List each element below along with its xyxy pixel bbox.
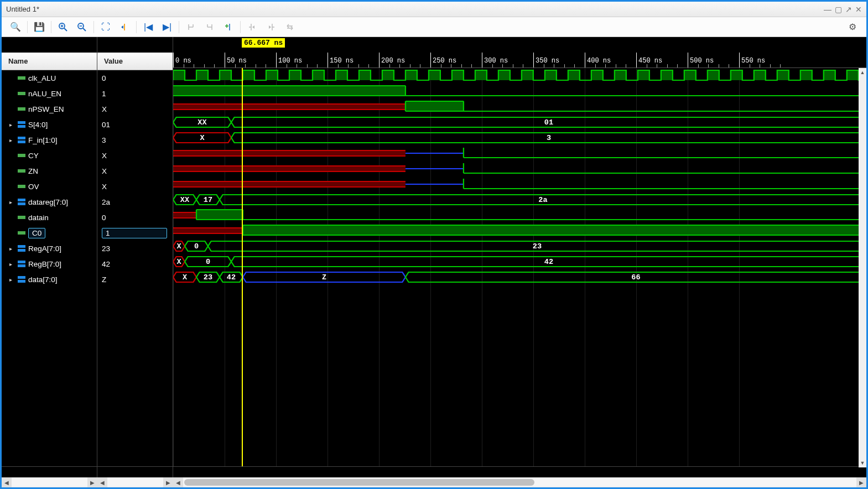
waveform-area[interactable]: 66.667 ns 0 ns50 ns100 ns150 ns200 ns250…	[173, 37, 866, 477]
signal-row[interactable]: OV	[2, 179, 97, 194]
waveform-row[interactable]: X023	[173, 238, 866, 254]
svg-text:01: 01	[544, 119, 554, 127]
zoom-fit-icon[interactable]: ⛶	[96, 19, 115, 35]
zoom-in-icon[interactable]	[54, 19, 72, 35]
waveform-row[interactable]: X042	[173, 254, 866, 269]
signal-row[interactable]: ▸S[4:0]	[2, 117, 97, 132]
waveform-row[interactable]	[173, 176, 866, 192]
signal-value-label: 42	[102, 260, 110, 268]
signal-value-label: 1	[102, 228, 167, 238]
svg-rect-43	[452, 70, 464, 80]
value-row[interactable]: 42	[97, 256, 173, 272]
waveform-row[interactable]	[173, 223, 866, 238]
signal-row[interactable]: ▸RegA[7:0]	[2, 241, 97, 256]
value-row[interactable]: X	[97, 163, 173, 179]
save-icon[interactable]: 💾	[30, 19, 49, 35]
svg-rect-66	[173, 104, 406, 110]
settings-icon[interactable]: ⚙	[843, 19, 862, 35]
value-row[interactable]: 0	[97, 210, 173, 225]
next-transition-icon[interactable]	[262, 19, 280, 35]
value-row[interactable]: 3	[97, 132, 173, 148]
cursor-line[interactable]	[242, 68, 243, 466]
scroll-right-icon[interactable]: ▶	[163, 477, 173, 487]
name-column-header[interactable]: Name	[2, 53, 97, 70]
svg-rect-45	[498, 70, 510, 80]
signal-row[interactable]: nALU_EN	[2, 86, 97, 101]
signal-row[interactable]: clk_ALU	[2, 70, 97, 86]
signal-row[interactable]: ZN	[2, 163, 97, 179]
close-icon[interactable]: ✕	[855, 5, 862, 14]
waveform-row[interactable]	[173, 84, 866, 99]
signal-value-label: 23	[102, 245, 110, 253]
waveform-row[interactable]	[173, 161, 866, 176]
scroll-right-icon[interactable]: ▶	[87, 477, 97, 487]
svg-rect-46	[522, 70, 533, 80]
scroll-up-icon[interactable]: ▲	[859, 68, 866, 77]
signal-row[interactable]: datain	[2, 210, 97, 225]
value-row[interactable]: 01	[97, 117, 173, 132]
scroll-left-icon[interactable]: ◀	[2, 477, 12, 487]
goto-cursor-icon[interactable]	[115, 19, 134, 35]
value-list[interactable]: 01X013XXX2a012342Z	[97, 70, 173, 466]
waveform-row[interactable]: X3	[173, 130, 866, 145]
signal-name-label: datain	[28, 214, 49, 222]
value-hscroll[interactable]: ◀ ▶	[97, 477, 173, 487]
waveform-row[interactable]	[173, 145, 866, 161]
signal-row[interactable]: ▸F_in[1:0]	[2, 132, 97, 148]
waveform-row[interactable]	[173, 68, 866, 84]
svg-rect-32	[196, 70, 208, 80]
value-row[interactable]: 0	[97, 70, 173, 86]
value-row[interactable]: 1	[97, 225, 173, 241]
value-row[interactable]: X	[97, 101, 173, 117]
signal-type-icon	[17, 214, 26, 221]
minimize-icon[interactable]: —	[824, 5, 831, 14]
wave-hscroll[interactable]: ◀ ▶	[173, 477, 866, 487]
goto-end-icon[interactable]: ▶|	[158, 19, 176, 35]
value-row[interactable]: 1	[97, 86, 173, 101]
add-marker-icon[interactable]	[219, 19, 238, 35]
svg-text:2a: 2a	[538, 196, 548, 204]
name-hscroll[interactable]: ◀ ▶	[2, 477, 97, 487]
waveform-row[interactable]: X2342Z66	[173, 269, 866, 285]
waveform-row[interactable]	[173, 99, 866, 115]
value-row[interactable]: X	[97, 179, 173, 194]
svg-rect-55	[731, 70, 742, 80]
next-edge-icon[interactable]	[200, 19, 219, 35]
zoom-out-icon[interactable]	[72, 19, 91, 35]
signal-row[interactable]: ▸RegB[7:0]	[2, 256, 97, 272]
signal-row[interactable]: ▸data[7:0]	[2, 272, 97, 287]
scroll-left-icon[interactable]: ◀	[97, 477, 107, 487]
value-row[interactable]: 23	[97, 241, 173, 256]
time-ruler[interactable]: 0 ns50 ns100 ns150 ns200 ns250 ns300 ns3…	[173, 53, 866, 68]
vertical-scrollbar[interactable]: ▲ ▼	[859, 68, 866, 467]
signal-name-label: S[4:0]	[28, 121, 48, 129]
separator	[27, 21, 28, 33]
svg-rect-23	[18, 216, 25, 219]
cursor-time-label[interactable]: 66.667 ns	[242, 38, 285, 48]
waveform-row[interactable]	[173, 207, 866, 223]
signal-row[interactable]: ▸datareg[7:0]	[2, 194, 97, 210]
popout-icon[interactable]: ↗	[845, 5, 852, 14]
value-row[interactable]: 2a	[97, 194, 173, 210]
waveform-row[interactable]: XX01	[173, 115, 866, 130]
value-row[interactable]: Z	[97, 272, 173, 287]
waveform-canvas[interactable]: XX01X3XX172aX023X042X2342Z66	[173, 68, 866, 466]
signal-row[interactable]: C0	[2, 225, 97, 241]
prev-transition-icon[interactable]	[243, 19, 262, 35]
waveform-row[interactable]: XX172a	[173, 192, 866, 207]
svg-rect-11	[18, 76, 25, 80]
signal-row[interactable]: nPSW_EN	[2, 101, 97, 117]
restore-icon[interactable]: ▢	[835, 5, 842, 14]
signal-list[interactable]: clk_ALUnALU_ENnPSW_EN▸S[4:0]▸F_in[1:0]CY…	[2, 70, 97, 466]
value-column-header[interactable]: Value	[97, 53, 173, 70]
scroll-left-icon[interactable]: ◀	[173, 477, 183, 487]
svg-text:X: X	[183, 274, 187, 282]
scroll-right-icon[interactable]: ▶	[856, 477, 866, 487]
signal-row[interactable]: CY	[2, 148, 97, 163]
prev-edge-icon[interactable]	[181, 19, 200, 35]
search-icon[interactable]: 🔍	[6, 19, 25, 35]
value-row[interactable]: X	[97, 148, 173, 163]
scroll-down-icon[interactable]: ▼	[859, 459, 866, 467]
goto-start-icon[interactable]: |◀	[139, 19, 158, 35]
swap-icon[interactable]	[280, 19, 299, 35]
